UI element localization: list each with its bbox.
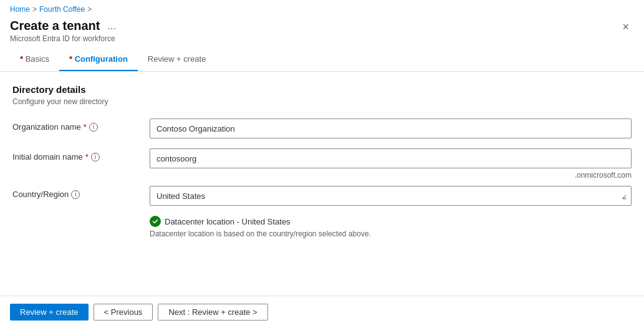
domain-suffix: .onmicrosoft.com [575, 171, 632, 180]
section-subtitle: Configure your new directory [12, 97, 632, 106]
previous-button[interactable]: < Previous [94, 304, 153, 321]
breadcrumb-fourth-coffee[interactable]: Fourth Coffee [39, 5, 85, 14]
domain-name-required-star: * [85, 152, 89, 162]
breadcrumb-sep2: > [87, 5, 92, 14]
datacenter-location-text: Datacenter location - United States [165, 217, 291, 226]
breadcrumb-home[interactable]: Home [10, 5, 30, 14]
section-title: Directory details [12, 84, 632, 95]
ellipsis-button[interactable]: ... [105, 19, 118, 33]
tab-basics[interactable]: Basics [10, 48, 59, 71]
domain-name-input-wrap: .onmicrosoft.com [150, 148, 632, 168]
datacenter-check-circle [150, 216, 161, 227]
close-button[interactable]: × [617, 19, 634, 35]
breadcrumb: Home > Fourth Coffee > [0, 0, 644, 16]
tabs: Basics Configuration Review + create [0, 48, 644, 72]
footer: Review + create < Previous Next : Review… [0, 296, 644, 328]
datacenter-note: Datacenter location is based on the coun… [150, 229, 632, 238]
domain-name-input[interactable] [150, 148, 632, 168]
header-left: Create a tenant ... Microsoft Entra ID f… [10, 19, 118, 43]
org-name-info-icon[interactable]: i [89, 123, 98, 132]
domain-name-row: Initial domain name * i .onmicrosoft.com [12, 148, 632, 168]
breadcrumb-sep1: > [32, 5, 37, 14]
page-subtitle: Microsoft Entra ID for workforce [10, 34, 118, 43]
domain-name-info-icon[interactable]: i [91, 153, 100, 162]
header: Create a tenant ... Microsoft Entra ID f… [0, 16, 644, 48]
country-region-label: Country/Region i [12, 186, 150, 199]
country-region-select[interactable]: United States United Kingdom Canada Germ… [150, 186, 632, 206]
datacenter-info: Datacenter location - United States Data… [150, 216, 632, 238]
header-title-row: Create a tenant ... [10, 19, 118, 33]
org-name-label: Organization name * i [12, 118, 150, 132]
country-region-info-icon[interactable]: i [71, 190, 80, 199]
tab-configuration[interactable]: Configuration [59, 48, 138, 71]
country-region-row: Country/Region i United States United Ki… [12, 186, 632, 206]
datacenter-location: Datacenter location - United States [150, 216, 632, 227]
review-create-button[interactable]: Review + create [10, 304, 89, 321]
org-name-row: Organization name * i [12, 118, 632, 138]
org-name-required-star: * [84, 122, 87, 132]
domain-name-label: Initial domain name * i [12, 148, 150, 162]
main-content: Directory details Configure your new dir… [0, 72, 644, 296]
page-wrapper: Home > Fourth Coffee > Create a tenant .… [0, 0, 644, 328]
country-region-select-wrap: United States United Kingdom Canada Germ… [150, 186, 632, 206]
page-title: Create a tenant [10, 19, 100, 33]
org-name-input[interactable] [150, 118, 632, 138]
check-icon [152, 218, 158, 224]
org-name-input-wrap [150, 118, 632, 138]
next-button[interactable]: Next : Review + create > [158, 304, 267, 321]
tab-review-create[interactable]: Review + create [138, 48, 216, 71]
